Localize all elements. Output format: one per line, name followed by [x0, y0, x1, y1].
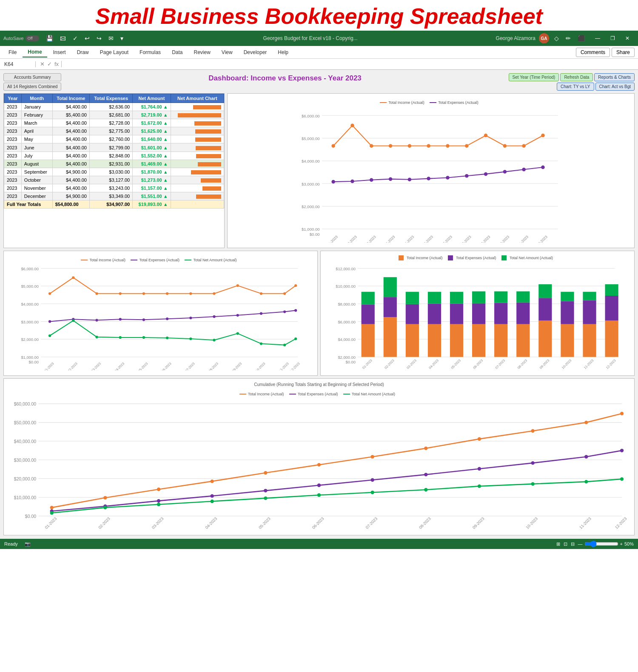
- bar-dec-net: [605, 284, 618, 296]
- tab-file[interactable]: File: [3, 48, 22, 57]
- tab-insert[interactable]: Insert: [48, 48, 71, 57]
- svg-point-64: [95, 336, 98, 338]
- zoom-out-button[interactable]: —: [578, 541, 583, 546]
- bar-nov-exp: [583, 300, 596, 324]
- tab-help[interactable]: Help: [273, 48, 293, 57]
- view-normal-icon[interactable]: ⊞: [556, 541, 560, 547]
- svg-text:$0.00: $0.00: [310, 232, 320, 237]
- bar-aug-net: [516, 292, 530, 303]
- cell-expenses: $2,760.00: [89, 135, 132, 143]
- cumulative-legend: Total Income (Actual) Total Expenses (Ac…: [7, 389, 631, 396]
- cum-legend-income-label: Total Income (Actual): [248, 392, 284, 396]
- view-page-break-icon[interactable]: ⊟: [571, 541, 575, 547]
- tab-view[interactable]: View: [216, 48, 238, 57]
- tab-home[interactable]: Home: [23, 47, 47, 57]
- total-net: $19,893.00 ▲: [133, 200, 171, 209]
- cumulative-chart-container: Cumulative (Running Totals Starting at B…: [3, 378, 635, 535]
- cell-income: $5,400.00: [52, 111, 89, 119]
- cell-income: $4,400.00: [52, 176, 89, 184]
- svg-point-139: [157, 499, 160, 503]
- all-registers-button[interactable]: All 14 Registers Combined: [3, 83, 61, 91]
- refresh-data-button[interactable]: Refresh Data: [560, 73, 593, 81]
- reports-charts-button[interactable]: Reports & Charts: [594, 73, 635, 81]
- check-icon[interactable]: ✓: [71, 34, 80, 43]
- cell-chart-bar: [171, 184, 224, 192]
- accounts-summary-button[interactable]: Accounts Summary: [3, 73, 61, 81]
- legend3-expenses-box: [448, 255, 453, 260]
- tab-developer[interactable]: Developer: [239, 48, 272, 57]
- undo-history-icon[interactable]: 🖂: [58, 34, 68, 43]
- diamond-icon[interactable]: ◇: [553, 34, 561, 43]
- share-button[interactable]: Share: [612, 48, 635, 57]
- tab-draw[interactable]: Draw: [72, 48, 94, 57]
- autosave-toggle[interactable]: Off: [26, 35, 39, 41]
- set-year-button[interactable]: Set Year (Time Period): [509, 73, 559, 81]
- cell-income: $4,400.00: [52, 127, 89, 135]
- cell-net: $1,625.00 ▲: [133, 127, 171, 135]
- svg-text:07-2023: 07-2023: [184, 362, 196, 370]
- comments-button[interactable]: Comments: [576, 48, 610, 57]
- svg-point-151: [157, 503, 160, 506]
- cell-year: 2023: [4, 127, 22, 135]
- col-total-income: Total Income: [52, 94, 89, 103]
- page-main-title: Small Business Bookkeeping Spreadsheet: [0, 0, 638, 31]
- minimize-button[interactable]: —: [590, 31, 605, 46]
- status-camera-icon[interactable]: 📷: [25, 541, 31, 547]
- svg-point-143: [370, 478, 374, 482]
- formula-confirm-icon[interactable]: ✓: [47, 61, 52, 67]
- tab-formulas[interactable]: Formulas: [134, 48, 166, 57]
- cell-year: 2023: [4, 119, 22, 127]
- formula-input[interactable]: [63, 61, 636, 67]
- cell-reference-input[interactable]: [2, 61, 36, 67]
- bar-oct-net: [561, 292, 574, 301]
- charts-row: Total Income (Actual) Total Expenses (Ac…: [3, 251, 635, 376]
- col-total-expenses: Total Expenses: [89, 94, 132, 103]
- fullscreen-icon[interactable]: ⬛: [576, 34, 587, 43]
- table-row: 2023 June $4,400.00 $2,799.00 $1,601.00 …: [4, 143, 224, 152]
- cell-expenses: $2,931.00: [89, 160, 132, 168]
- save-icon[interactable]: 💾: [44, 34, 55, 43]
- cum-legend-net-label: Total Net Amount (Actual): [352, 392, 395, 396]
- close-button[interactable]: ✕: [620, 31, 635, 46]
- cell-net: $1,551.00 ▲: [133, 192, 171, 200]
- pen-icon[interactable]: ✏: [564, 34, 572, 43]
- svg-text:$2,000.00: $2,000.00: [21, 337, 39, 342]
- cum-legend-income: Total Income (Actual): [239, 392, 284, 396]
- svg-text:04-2023: 04-2023: [428, 358, 439, 370]
- three-series-line-chart: $6,000.00 $5,000.00 $4,000.00 $3,000.00 …: [7, 264, 314, 370]
- chart-ty-ly-button[interactable]: Chart: TY vs LY: [557, 83, 594, 91]
- undo-icon[interactable]: ↩: [83, 34, 91, 43]
- formula-insert-icon[interactable]: fx: [54, 61, 59, 67]
- tab-review[interactable]: Review: [188, 48, 215, 57]
- cell-income: $4,400.00: [52, 135, 89, 143]
- svg-point-43: [166, 292, 168, 295]
- zoom-in-button[interactable]: +: [620, 541, 623, 546]
- bar-jun-net: [472, 292, 485, 303]
- svg-text:05-2023: 05-2023: [450, 358, 461, 370]
- svg-text:07-2023: 07-2023: [441, 234, 453, 243]
- svg-point-157: [478, 484, 481, 488]
- cell-year: 2023: [4, 143, 22, 152]
- svg-text:04-2023: 04-2023: [204, 516, 218, 530]
- top-buttons-row: Accounts Summary All 14 Registers Combin…: [3, 73, 635, 91]
- svg-text:$2,000.00: $2,000.00: [338, 355, 356, 360]
- tab-page-layout[interactable]: Page Layout: [95, 48, 134, 57]
- chart-act-bgt-button[interactable]: Chart: Act vs Bgt: [595, 83, 635, 91]
- view-layout-icon[interactable]: ⊡: [564, 541, 567, 547]
- svg-text:11-2023: 11-2023: [278, 362, 290, 370]
- exp-dot-apr: [389, 177, 393, 181]
- svg-text:$6,000.00: $6,000.00: [302, 114, 320, 118]
- mail-icon[interactable]: ✉: [107, 34, 115, 43]
- income-dot-apr: [389, 144, 393, 148]
- tab-data[interactable]: Data: [167, 48, 188, 57]
- formula-cancel-icon[interactable]: ✕: [40, 61, 45, 67]
- svg-text:05-2023: 05-2023: [402, 234, 415, 243]
- restore-button[interactable]: ❐: [605, 31, 620, 46]
- cell-month: April: [21, 127, 52, 135]
- cell-year: 2023: [4, 176, 22, 184]
- legend2-expenses-line: [131, 260, 137, 260]
- redo-icon[interactable]: ↪: [95, 34, 103, 43]
- dropdown-icon[interactable]: ▾: [119, 34, 125, 43]
- zoom-slider[interactable]: [584, 540, 618, 547]
- cell-net: $1,157.00 ▲: [133, 184, 171, 192]
